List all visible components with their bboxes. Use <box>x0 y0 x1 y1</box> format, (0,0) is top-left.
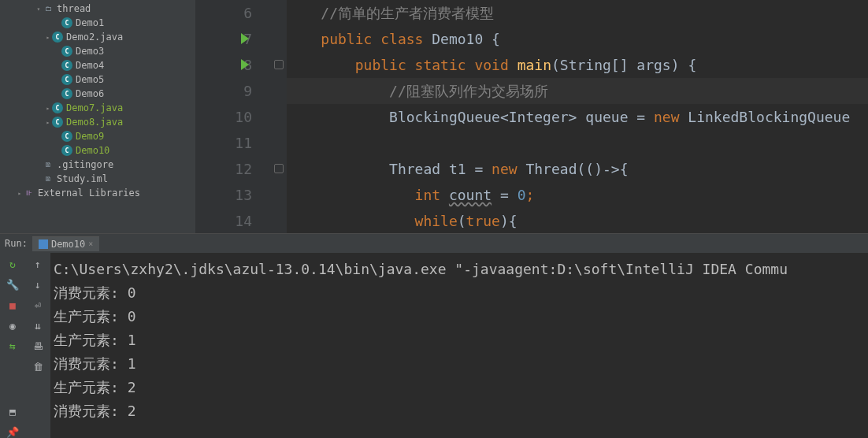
lib-icon: ⊪ <box>24 187 35 199</box>
code-area[interactable]: //简单的生产者消费者模型 public class Demo10 { publ… <box>287 0 868 233</box>
fold-column[interactable] <box>273 0 287 233</box>
tree-item[interactable]: Demo6 <box>0 87 195 101</box>
editor[interactable]: 67891011121314 //简单的生产者消费者模型 public clas… <box>195 0 868 233</box>
run-panel: Run: Demo10 × ↻ 🔧 ■ ◉ ⇆ ⬒ 📌 ↑ ↓ ⏎ ⇊ 🖶 🗑 … <box>0 233 868 438</box>
tree-item-label: Demo7.java <box>66 102 123 113</box>
code-line[interactable]: int count = 0; <box>287 182 868 208</box>
twist-icon[interactable]: ▸ <box>44 119 52 126</box>
run-gutter-icon[interactable] <box>241 59 249 70</box>
line-number[interactable]: 9 <box>195 78 252 104</box>
tree-item[interactable]: Demo3 <box>0 44 195 58</box>
tree-item-label: Demo2.java <box>66 32 123 43</box>
run-header[interactable]: Run: Demo10 × <box>0 234 868 253</box>
tree-item[interactable]: Demo4 <box>0 58 195 72</box>
twist-icon[interactable]: ▸ <box>44 34 52 41</box>
code-view: 67891011121314 //简单的生产者消费者模型 public clas… <box>195 0 868 233</box>
cl-icon <box>61 88 72 99</box>
console-line: 生产元素: 1 <box>54 328 868 352</box>
tree-item-label: Demo6 <box>76 88 104 99</box>
file-icon: 🗎 <box>43 173 54 184</box>
line-number[interactable]: 12 <box>195 156 252 182</box>
twist-icon[interactable]: ▸ <box>16 190 24 197</box>
cl-icon <box>52 32 63 43</box>
trash-icon[interactable]: 🗑 <box>32 360 44 373</box>
console-line: 消费元素: 1 <box>54 352 868 376</box>
tree-item-label: Demo5 <box>76 74 104 85</box>
cl-icon <box>61 46 72 57</box>
run-gutter-icon[interactable] <box>241 33 249 44</box>
twist-icon[interactable]: ▾ <box>35 6 43 13</box>
code-line[interactable]: public class Demo10 { <box>287 26 868 52</box>
cl-icon <box>52 102 63 113</box>
twist-icon[interactable]: ▸ <box>44 105 52 112</box>
tree-item[interactable]: Demo10 <box>0 143 195 158</box>
pin-icon[interactable]: 📌 <box>6 425 19 438</box>
code-line[interactable]: while(true){ <box>287 208 868 233</box>
code-line[interactable] <box>287 130 868 156</box>
cl-icon <box>61 131 72 142</box>
console-line: 生产元素: 0 <box>54 305 868 328</box>
tree-item-label: Demo3 <box>76 46 104 57</box>
run-tool-col-2: ↑ ↓ ⏎ ⇊ 🖶 🗑 <box>25 253 50 438</box>
up-icon[interactable]: ↑ <box>32 258 44 270</box>
line-number[interactable]: 11 <box>195 130 252 156</box>
print-icon[interactable]: 🖶 <box>32 340 44 352</box>
rerun-icon[interactable]: ↻ <box>6 258 19 270</box>
cl-icon <box>61 60 72 71</box>
tree-item[interactable]: ▸⊪External Libraries <box>0 186 195 200</box>
tree-item-label: thread <box>57 3 91 14</box>
console-line: 生产元素: 2 <box>54 376 868 399</box>
code-line[interactable]: BlockingQueue<Integer> queue = new Linke… <box>287 104 868 130</box>
line-number[interactable]: 8 <box>195 52 252 78</box>
line-number[interactable]: 6 <box>195 0 252 26</box>
run-tab[interactable]: Demo10 × <box>32 236 99 251</box>
tree-item[interactable]: ▾🗀thread <box>0 2 195 16</box>
console-output[interactable]: C:\Users\zxhy2\.jdks\azul-13.0.14\bin\ja… <box>50 253 868 438</box>
tree-item[interactable]: ▸Demo8.java <box>0 115 195 129</box>
wrap-icon[interactable]: ⏎ <box>32 299 44 311</box>
cl-icon <box>61 17 72 28</box>
line-number[interactable]: 13 <box>195 182 252 208</box>
code-line[interactable]: public static void main(String[] args) { <box>287 52 868 78</box>
tree-item[interactable]: Demo5 <box>0 72 195 87</box>
console-line: C:\Users\zxhy2\.jdks\azul-13.0.14\bin\ja… <box>54 258 868 281</box>
down-icon[interactable]: ↓ <box>32 278 44 291</box>
stop-icon[interactable]: ■ <box>6 299 19 311</box>
tree-item[interactable]: 🗎Study.iml <box>0 172 195 186</box>
run-label: Run: <box>5 238 28 249</box>
config-icon <box>39 239 48 249</box>
scroll-icon[interactable]: ⇊ <box>32 319 44 332</box>
tree-item-label: .gitingore <box>57 159 113 170</box>
tree-item-label: Demo8.java <box>66 117 123 128</box>
line-number[interactable]: 10 <box>195 104 252 130</box>
console-line: 消费元素: 0 <box>54 281 868 305</box>
layout-icon[interactable]: ⇆ <box>6 340 19 352</box>
run-tab-label: Demo10 <box>51 239 85 250</box>
camera-icon[interactable]: ◉ <box>6 319 19 332</box>
tree-item-label: Demo10 <box>76 145 109 156</box>
close-icon[interactable]: × <box>88 239 93 248</box>
expand-icon[interactable]: ⬒ <box>6 405 19 418</box>
tree-item[interactable]: Demo9 <box>0 129 195 143</box>
cl-icon <box>61 145 72 156</box>
run-tool-col-1: ↻ 🔧 ■ ◉ ⇆ ⬒ 📌 <box>0 253 25 438</box>
code-line[interactable]: //简单的生产者消费者模型 <box>287 0 868 26</box>
run-body: ↻ 🔧 ■ ◉ ⇆ ⬒ 📌 ↑ ↓ ⏎ ⇊ 🖶 🗑 C:\Users\zxhy2… <box>0 253 868 438</box>
code-line[interactable]: Thread t1 = new Thread(()->{ <box>287 156 868 182</box>
tree-item-label: Demo9 <box>76 131 104 142</box>
tree-item[interactable]: ▸Demo7.java <box>0 101 195 115</box>
wrench-icon[interactable]: 🔧 <box>6 278 19 291</box>
tree-item[interactable]: 🗎.gitingore <box>0 158 195 172</box>
gutter[interactable]: 67891011121314 <box>195 0 273 233</box>
cl-icon <box>61 74 72 85</box>
line-number[interactable]: 14 <box>195 208 252 233</box>
fold-icon[interactable] <box>274 164 284 173</box>
cl-icon <box>52 117 63 128</box>
fold-icon[interactable] <box>274 60 284 69</box>
project-tree[interactable]: ▾🗀threadDemo1▸Demo2.javaDemo3Demo4Demo5D… <box>0 0 195 233</box>
tree-item[interactable]: Demo1 <box>0 16 195 30</box>
tree-item-label: External Libraries <box>38 187 140 199</box>
tree-item[interactable]: ▸Demo2.java <box>0 30 195 44</box>
line-number[interactable]: 7 <box>195 26 252 52</box>
code-line[interactable]: //阻塞队列作为交易场所 <box>287 78 868 104</box>
